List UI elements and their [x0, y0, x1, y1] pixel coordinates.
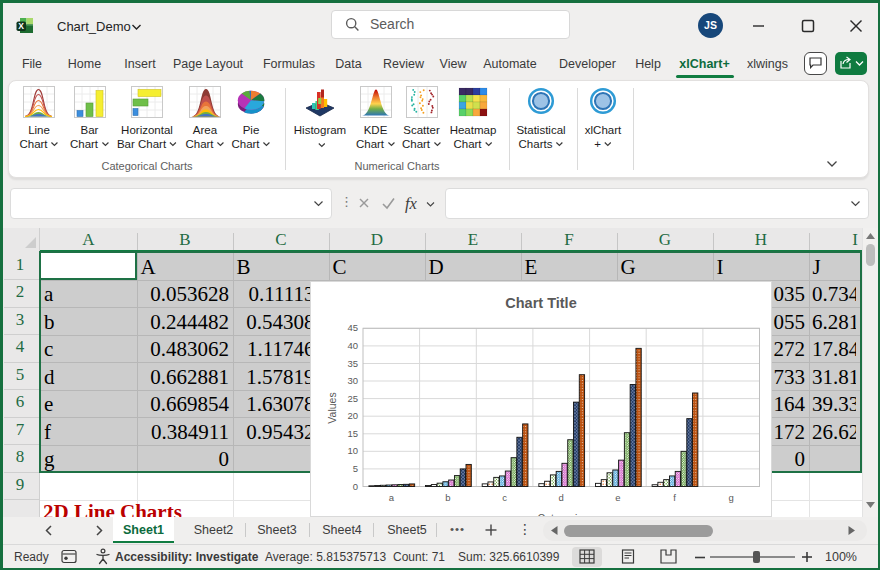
svg-text:25: 25 — [347, 393, 358, 404]
svg-text:b: b — [445, 492, 450, 503]
svg-text:40: 40 — [347, 340, 358, 351]
svg-text:5: 5 — [353, 463, 358, 474]
svg-text:f: f — [673, 492, 676, 503]
svg-text:c: c — [502, 492, 507, 503]
svg-text:10: 10 — [347, 445, 358, 456]
svg-text:20: 20 — [347, 410, 358, 421]
svg-text:Values: Values — [326, 392, 338, 423]
svg-text:Chart Title: Chart Title — [505, 295, 576, 311]
svg-text:X: X — [18, 21, 24, 31]
svg-text:30: 30 — [347, 375, 358, 386]
svg-text:15: 15 — [347, 428, 358, 439]
svg-text:d: d — [559, 492, 564, 503]
svg-text:0: 0 — [353, 481, 358, 492]
svg-text:35: 35 — [347, 358, 358, 369]
svg-text:a: a — [389, 492, 395, 503]
svg-text:Categories: Categories — [538, 512, 589, 516]
svg-text:e: e — [615, 492, 620, 503]
svg-text:g: g — [729, 492, 734, 503]
svg-text:45: 45 — [347, 322, 358, 333]
